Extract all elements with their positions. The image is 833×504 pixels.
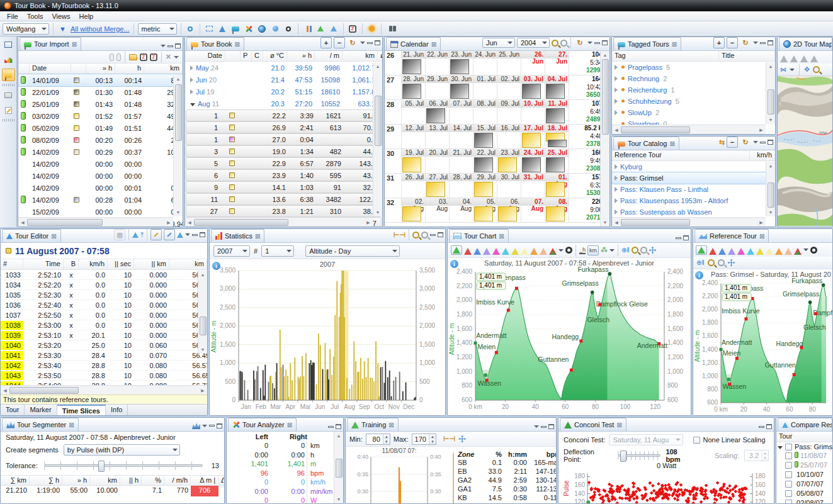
minimize-icon[interactable] xyxy=(167,45,173,47)
compared-tour-row[interactable]: 11/08/07 xyxy=(776,451,832,461)
expander-icon[interactable] xyxy=(615,176,618,181)
tour-chart-canvas[interactable]: 6006008008001,0001,0001,2001,2001,4001,4… xyxy=(448,267,689,412)
chevron-down-icon[interactable] xyxy=(558,249,564,252)
editor-tab-tour[interactable]: Tour xyxy=(1,405,25,415)
maximize-icon[interactable] xyxy=(175,43,181,48)
tab-tour-segmenter[interactable]: Tour Segmenter ⊠ xyxy=(2,418,79,431)
tour-type-triangle[interactable] xyxy=(790,55,798,62)
view-menu-icon[interactable] xyxy=(587,42,592,44)
unit-combo[interactable]: metric xyxy=(138,23,177,35)
calendar-day-cell[interactable]: 27. Jul xyxy=(425,174,449,198)
editor-tab-info[interactable]: Info xyxy=(106,405,128,415)
device-import-icon[interactable]: Z xyxy=(150,53,157,61)
column-header[interactable]: Tag xyxy=(612,51,719,61)
column-header[interactable]: Date xyxy=(30,64,71,74)
table-row[interactable]: 15/02/09 00:0000:000.052 xyxy=(18,206,183,218)
horizontal-scrollbar[interactable]: ◀▶ xyxy=(612,125,766,134)
calendar-day-cell[interactable]: 25. Jul xyxy=(545,149,569,173)
tour-type-triangle-multi[interactable] xyxy=(549,248,557,255)
calendar-day-cell[interactable]: 19. Jul xyxy=(401,149,425,173)
compared-tour-row[interactable]: 25/07/07 xyxy=(776,461,832,470)
statistics-chart[interactable]: 2007005005001,0001,0001,5001,5002,0002,0… xyxy=(210,259,444,414)
view-menu-icon[interactable] xyxy=(360,42,365,44)
person-combo[interactable]: Wolfgang xyxy=(3,23,49,35)
maximize-icon[interactable] xyxy=(217,423,222,428)
column-header[interactable]: B xyxy=(64,259,79,269)
table-row[interactable]: 14/02/09 00:0000:010.015 xyxy=(18,182,183,194)
compared-tour-row[interactable]: 05/08/07 xyxy=(776,489,832,498)
training-chart[interactable]: 11/08/07 07:0:400:400:350:350:300:300:25… xyxy=(346,447,451,503)
expander-icon[interactable] xyxy=(615,99,618,104)
maximize-icon[interactable] xyxy=(200,232,205,237)
menu-views[interactable]: Views xyxy=(47,12,74,21)
stat-year-combo[interactable]: 2007 xyxy=(213,245,250,257)
chevron-down-icon[interactable] xyxy=(174,56,179,59)
expander-icon[interactable] xyxy=(190,77,193,82)
time-slice-row[interactable]: 10382:53:00x 0.0100.00056.360 xyxy=(1,320,207,330)
tour-type-triangle[interactable] xyxy=(775,248,783,255)
calendar-day-cell[interactable]: 25. Jun xyxy=(497,51,521,75)
column-header[interactable]: » h xyxy=(62,476,90,485)
person-down-icon[interactable] xyxy=(329,23,339,34)
refresh-icon[interactable] xyxy=(347,37,358,48)
vertical-scrollbar[interactable]: ▲▼ xyxy=(373,62,382,216)
tour-block[interactable] xyxy=(426,182,445,197)
scaling-spinner[interactable]: 3.2▲▼ xyxy=(744,450,769,461)
column-header[interactable]: / m xyxy=(315,51,343,61)
table-row[interactable]: 25/01/09 01:4301:4832.079 xyxy=(18,98,183,110)
reference-tour-row[interactable]: Pass: Klausenpass 1953m - Altdorf xyxy=(612,195,775,206)
month-row[interactable]: Jun 20 21.447:53150981,061.1 xyxy=(185,74,382,86)
refresh-icon[interactable] xyxy=(740,37,751,48)
calendar-day-cell[interactable]: 23. Jun xyxy=(449,51,473,75)
column-header[interactable]: Reference Tour xyxy=(612,150,750,160)
tab-calendar[interactable]: Calendar ⊠ xyxy=(386,37,441,50)
refresh-icon[interactable] xyxy=(574,37,586,48)
column-header[interactable] xyxy=(18,64,30,74)
minimize-icon[interactable] xyxy=(430,234,436,236)
zoom-out-icon[interactable] xyxy=(560,40,567,47)
tree-parent-row[interactable]: Pass: Grimsel xyxy=(776,442,832,451)
month-row[interactable]: May 24 21.039:5999861,012.7 xyxy=(185,62,382,74)
tour-block[interactable] xyxy=(450,59,469,74)
tour-block[interactable] xyxy=(546,108,565,123)
tour-block[interactable] xyxy=(498,157,517,172)
calendar-day-cell[interactable]: 15. Jul xyxy=(473,125,497,148)
tour-type-triangle[interactable] xyxy=(521,248,528,255)
edit-slices-icon[interactable] xyxy=(164,229,175,240)
maximize-icon[interactable] xyxy=(768,40,773,45)
reference-chart-canvas[interactable]: 6008001,0001,2001,4001,6001,8002,0002,20… xyxy=(693,278,832,414)
calendar-day-cell[interactable]: 23. Jul xyxy=(497,149,521,173)
minimize-icon[interactable] xyxy=(759,426,764,428)
month-row[interactable]: Jul 19 20.251:15186101,157.8 xyxy=(185,86,382,98)
tour-block[interactable] xyxy=(522,133,541,148)
calendar-day-cell[interactable]: 10. Jul xyxy=(521,100,545,124)
tab-2d-tour-map[interactable]: 2D Tour Map xyxy=(779,37,832,50)
tour-block[interactable] xyxy=(474,133,493,148)
time-slice-row[interactable]: 10442:54:00 28.8100.08056.730 xyxy=(1,381,207,385)
calendar-day-cell[interactable]: 17. Jul xyxy=(521,125,545,148)
vertical-scrollbar[interactable]: ▲▼ xyxy=(334,432,343,503)
tour-type-triangle[interactable] xyxy=(492,248,500,255)
year-combo[interactable]: 2004 xyxy=(517,38,550,48)
tour-type-triangle[interactable] xyxy=(511,248,519,255)
editor-tab-marker[interactable]: Marker xyxy=(25,405,57,415)
compared-tour-row[interactable]: 07/07/07 xyxy=(776,479,832,489)
expander-icon[interactable] xyxy=(778,446,783,449)
time-slice-row[interactable]: 10342:52:20x 0.0100.00056.360 xyxy=(1,280,207,290)
vertical-scrollbar[interactable]: ▲▼ xyxy=(198,271,207,354)
no-tour-type-icon[interactable] xyxy=(810,247,817,254)
calendar-day-cell[interactable]: 24. Jun xyxy=(473,51,497,75)
tour-type-triangle[interactable] xyxy=(718,248,726,255)
filter-icon[interactable]: ▼ xyxy=(57,23,68,34)
stat-number-combo[interactable]: 1 xyxy=(261,245,294,257)
tab-tour-editor[interactable]: Tour Editor ⊠ xyxy=(2,229,61,242)
minimize-icon[interactable] xyxy=(192,234,198,236)
calendar-day-cell[interactable]: 29. Jul xyxy=(473,174,497,198)
tour-block[interactable] xyxy=(450,84,469,99)
adjust-altitude-icon[interactable]: ⤒ xyxy=(140,231,144,239)
day-row[interactable]: 9 14.11:039132.6 xyxy=(186,181,382,193)
zoom-in-icon[interactable] xyxy=(708,259,715,266)
calendar-day-cell[interactable]: 07. Jul xyxy=(449,100,473,124)
calendar-day-cell[interactable]: 22. Jul xyxy=(473,149,497,173)
calendar-day-cell[interactable]: 30. Jul xyxy=(497,174,521,198)
